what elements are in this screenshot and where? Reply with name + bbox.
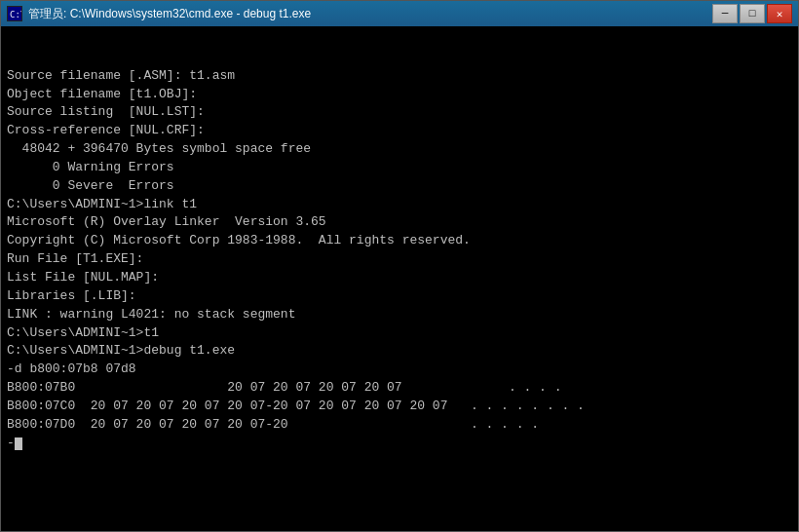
terminal-line: B800:07B0 20 07 20 07 20 07 20 07 . . . …	[7, 379, 792, 398]
terminal-line: 48042 + 396470 Bytes symbol space free	[7, 140, 792, 159]
terminal-cursor	[15, 437, 22, 450]
terminal-line: Cross-reference [NUL.CRF]:	[7, 122, 792, 140]
terminal-line: C:\Users\ADMINI~1>t1	[7, 324, 792, 343]
terminal-line: C:\Users\ADMINI~1>debug t1.exe	[7, 342, 792, 361]
terminal-line: Copyright (C) Microsoft Corp 1983-1988. …	[7, 232, 792, 250]
window-controls: ─ □ ✕	[712, 4, 792, 23]
terminal-line: Microsoft (R) Overlay Linker Version 3.6…	[7, 213, 792, 232]
svg-text:C:\: C:\	[10, 10, 21, 19]
terminal-output[interactable]: Source filename [.ASM]: t1.asmObject fil…	[1, 26, 798, 531]
terminal-line: Object filename [t1.OBJ]:	[7, 86, 792, 104]
terminal-line: B800:07C0 20 07 20 07 20 07 20 07-20 07 …	[7, 398, 792, 416]
close-button[interactable]: ✕	[767, 4, 792, 23]
terminal-line: LINK : warning L4021: no stack segment	[7, 306, 792, 324]
terminal-line: 0 Severe Errors	[7, 177, 792, 196]
titlebar-left: C:\ 管理员: C:\Windows\system32\cmd.exe - d…	[7, 6, 311, 22]
window-title: 管理员: C:\Windows\system32\cmd.exe - debug…	[28, 6, 311, 22]
terminal-line: Source filename [.ASM]: t1.asm	[7, 67, 792, 86]
cmd-icon: C:\	[7, 6, 22, 21]
terminal-line: Libraries [.LIB]:	[7, 287, 792, 306]
terminal-line: -d b800:07b8 07d8	[7, 361, 792, 379]
minimize-button[interactable]: ─	[712, 4, 738, 23]
titlebar: C:\ 管理员: C:\Windows\system32\cmd.exe - d…	[1, 1, 798, 26]
terminal-line: Source listing [NUL.LST]:	[7, 103, 792, 122]
terminal-line: B800:07D0 20 07 20 07 20 07 20 07-20 . .…	[7, 416, 792, 435]
terminal-line: 0 Warning Errors	[7, 159, 792, 177]
cmd-window: C:\ 管理员: C:\Windows\system32\cmd.exe - d…	[0, 0, 799, 532]
terminal-line: List File [NUL.MAP]:	[7, 269, 792, 287]
terminal-line: Run File [T1.EXE]:	[7, 250, 792, 269]
terminal-line: C:\Users\ADMINI~1>link t1	[7, 196, 792, 214]
maximize-button[interactable]: □	[740, 4, 765, 23]
terminal-line: -	[7, 435, 792, 453]
